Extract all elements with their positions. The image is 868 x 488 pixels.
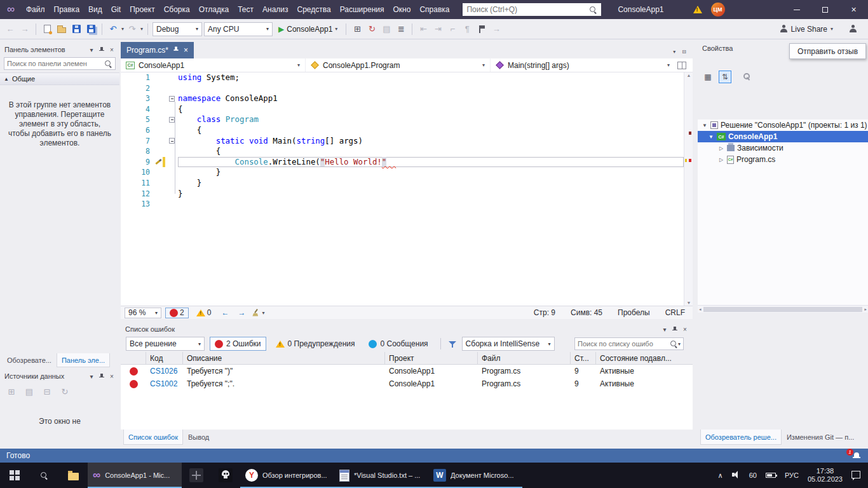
taskbar-word-button[interactable]: W Документ Microso... [428, 463, 522, 488]
close-icon[interactable]: × [680, 324, 690, 334]
chevron-down-icon[interactable]: ▾ [86, 44, 97, 55]
code-line[interactable]: 8 { [121, 146, 693, 157]
fold-collapse-icon[interactable] [169, 138, 175, 144]
menu-window[interactable]: Окно [388, 0, 415, 19]
code-line[interactable]: 2 [121, 83, 693, 94]
messages-toggle-button[interactable]: 0 Сообщения [364, 337, 432, 351]
code-line[interactable]: 10 } [121, 167, 693, 178]
warnings-toggle-button[interactable]: 0 Предупреждения [271, 337, 360, 351]
menu-file[interactable]: Файл [22, 0, 50, 19]
start-debugging-button[interactable]: ▶ ConsoleApp1 ▾ [275, 22, 341, 37]
taskbar-yandex-browser-button[interactable]: Y Обзор интегриров... [240, 463, 334, 488]
file-explorer-button[interactable] [58, 463, 88, 488]
menu-tools[interactable]: Средства [293, 0, 336, 19]
error-list-search-box[interactable]: ▾ [574, 337, 684, 350]
navigate-list-icon[interactable]: ≣ [395, 23, 407, 36]
column-suppression-state[interactable]: Состояние подавл... [596, 352, 693, 365]
errors-toggle-button[interactable]: 2 Ошибки [210, 337, 266, 351]
new-window-icon[interactable]: ⊞ [351, 23, 363, 36]
configuration-dropdown[interactable]: Debug ▾ [153, 22, 202, 36]
taskbar-search-button[interactable] [29, 463, 58, 488]
menu-build[interactable]: Сборка [159, 0, 194, 19]
pin-icon[interactable] [670, 324, 680, 334]
menu-project[interactable]: Проект [125, 0, 159, 19]
bookmark-icon[interactable] [475, 23, 488, 36]
notification-warning-icon[interactable] [693, 6, 702, 13]
tab-toolbox[interactable]: Панель эле... [57, 353, 110, 367]
error-row[interactable]: CS1002 Требуется ";". ConsoleApp1 Progra… [121, 377, 693, 390]
pin-icon[interactable] [97, 44, 107, 55]
taskbar-skull-game-button[interactable] [211, 463, 240, 488]
code-line[interactable]: 1 using System; [121, 72, 693, 83]
code-cleanup-button[interactable]: ▾ [252, 309, 264, 317]
files-icon[interactable]: ▤ [380, 23, 393, 36]
member-dropdown[interactable]: Main(string[] args) ▾ [491, 58, 675, 72]
pin-icon[interactable] [97, 371, 107, 381]
hidden-icons-chevron[interactable]: ∧ [718, 471, 723, 480]
user-avatar[interactable]: ЦМ [711, 3, 725, 17]
refresh-data-source-icon[interactable]: ↻ [58, 385, 71, 398]
error-list-header[interactable]: Список ошибок ▾ × [121, 323, 693, 336]
menu-edit[interactable]: Правка [50, 0, 85, 19]
open-file-icon[interactable] [55, 23, 68, 36]
solution-explorer-horizontal-scrollbar[interactable]: ◂ ▸ [698, 305, 868, 313]
tab-git-changes[interactable]: Изменения Git — п... [782, 430, 858, 445]
expand-icon[interactable]: ▼ [702, 123, 708, 128]
document-warnings-button[interactable]: 0 [193, 308, 215, 318]
close-icon[interactable]: × [107, 44, 117, 55]
active-files-chevron-icon[interactable]: ▾ [673, 49, 675, 55]
categorized-icon[interactable]: ▦ [702, 71, 714, 83]
column-project[interactable]: Проект [385, 352, 478, 365]
new-file-icon[interactable] [41, 23, 53, 36]
split-editor-icon[interactable] [677, 62, 686, 69]
hot-reload-icon[interactable]: ↻ [365, 23, 378, 36]
platform-dropdown[interactable]: Any CPU ▾ [204, 22, 273, 36]
error-list-search-input[interactable] [578, 340, 670, 348]
taskbar-visual-studio-button[interactable]: ∞ ConsoleApp1 - Mic... [88, 463, 182, 488]
column-line[interactable]: Ст... [571, 352, 596, 365]
configure-data-source-icon[interactable]: ⊟ [41, 385, 53, 398]
tab-error-list[interactable]: Список ошибок [123, 430, 183, 445]
save-all-icon[interactable] [85, 23, 97, 36]
editor-vertical-scrollbar[interactable]: ▲ ▼ [684, 72, 693, 306]
expand-icon[interactable]: ▼ [708, 134, 714, 140]
error-code-link[interactable]: CS1026 [146, 367, 183, 376]
data-sources-header[interactable]: Источники данных ▾ × [0, 370, 119, 383]
indent-decrease-icon[interactable]: ⇤ [417, 23, 430, 36]
pin-icon[interactable] [173, 46, 179, 55]
code-line[interactable]: 3 namespace ConsoleApp1 [121, 93, 693, 104]
code-line[interactable]: 6 { [121, 125, 693, 136]
scope-filter-dropdown[interactable]: Все решение ▾ [126, 337, 205, 351]
expand-icon[interactable]: ▷ [718, 157, 724, 163]
toolbox-search-box[interactable] [4, 57, 116, 70]
float-window-icon[interactable]: ⊟ [682, 49, 686, 55]
next-bookmark-icon[interactable]: → [490, 23, 503, 36]
toolbox-search-input[interactable] [7, 60, 104, 67]
comment-icon[interactable]: ⌐ [446, 23, 459, 36]
tab-output[interactable]: Вывод [184, 430, 214, 445]
menu-git[interactable]: Git [107, 0, 125, 19]
close-window-button[interactable]: × [839, 0, 868, 19]
undo-chevron-icon[interactable]: ▾ [121, 26, 124, 32]
next-issue-icon[interactable]: → [235, 308, 248, 317]
volume-icon[interactable] [732, 471, 740, 480]
menu-test[interactable]: Тест [233, 0, 258, 19]
code-line[interactable]: 4 { [121, 104, 693, 115]
toolbox-group-header[interactable]: ▲ Общие [0, 72, 119, 85]
previous-issue-icon[interactable]: ← [219, 308, 231, 317]
expand-icon[interactable]: ▷ [718, 146, 724, 151]
code-line[interactable]: 7 static void Main(string[] args) [121, 136, 693, 147]
scroll-left-icon[interactable]: ◂ [699, 307, 702, 312]
send-feedback-icon[interactable] [846, 23, 859, 36]
tree-item-project-consoleapp1[interactable]: ▼ C# ConsoleApp1 [698, 131, 868, 142]
property-pages-icon[interactable] [741, 71, 754, 83]
battery-icon[interactable] [766, 471, 776, 479]
toolbox-header[interactable]: Панель элементов ▾ × [0, 43, 119, 56]
document-errors-button[interactable]: 2 [165, 308, 189, 318]
spaces-indicator[interactable]: Пробелы [618, 308, 650, 317]
line-ending-indicator[interactable]: CRLF [665, 308, 685, 317]
error-code-link[interactable]: CS1002 [146, 379, 183, 388]
code-line-current[interactable]: 9 Console.WriteLine("Hello World!" [121, 157, 693, 168]
column-description[interactable]: Описание [183, 352, 385, 365]
tab-server-explorer[interactable]: Обозревате... [3, 353, 56, 367]
